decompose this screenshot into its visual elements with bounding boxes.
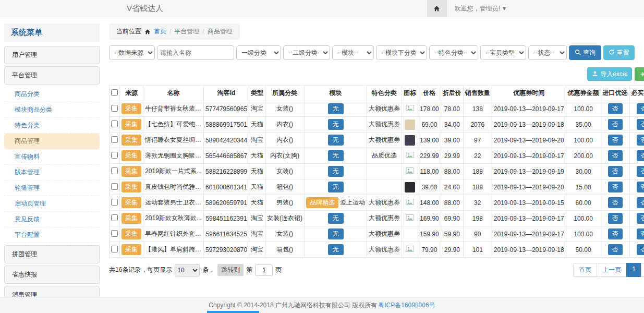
must-buy-toggle[interactable]: 否 [637, 119, 644, 130]
filter-level2-category[interactable]: --二级分类-- [283, 45, 330, 60]
sidebar-subitem[interactable]: 轮播管理 [4, 180, 100, 196]
column-header: 销售数量 [463, 86, 492, 101]
must-buy-toggle[interactable]: 否 [637, 244, 644, 255]
row-checkbox[interactable] [111, 167, 118, 174]
add-button[interactable]: + 添加 [635, 67, 644, 81]
filter-name-input[interactable] [157, 45, 234, 60]
module-badge[interactable]: 无 [328, 228, 344, 239]
module-badge[interactable]: 无 [328, 182, 344, 192]
coupon-amount-cell: 35.00 [566, 117, 601, 133]
jump-button[interactable]: 跳转到 [217, 264, 244, 276]
module-badge[interactable]: 无 [328, 244, 344, 255]
row-checkbox[interactable] [111, 214, 118, 221]
import-excel-button[interactable]: 导入excel [587, 67, 632, 81]
sidebar-group-header[interactable]: 用户管理 [4, 46, 100, 64]
sidebar-subitem[interactable]: 模块商品分类 [4, 102, 100, 118]
must-buy-toggle[interactable]: 否 [637, 197, 644, 208]
page-number-input[interactable] [255, 264, 273, 276]
import-select-toggle[interactable]: 否 [608, 150, 623, 161]
must-buy-toggle[interactable]: 否 [637, 166, 644, 177]
import-select-toggle[interactable]: 否 [608, 166, 623, 177]
module-badge[interactable]: 无 [328, 103, 344, 114]
must-buy-toggle[interactable]: 否 [637, 228, 644, 239]
module-badge[interactable]: 无 [328, 213, 344, 224]
must-buy-toggle[interactable]: 否 [637, 182, 644, 192]
must-buy-toggle[interactable]: 否 [637, 103, 644, 114]
import-select-toggle[interactable]: 否 [608, 135, 623, 146]
type-cell: 淘宝 [249, 242, 265, 258]
sidebar-subitem[interactable]: 宣传物料 [4, 149, 100, 165]
column-header: 价格 [418, 86, 441, 101]
user-menu[interactable]: 欢迎您，管理员! ▾ [447, 0, 514, 17]
sidebar-group-header[interactable]: 省惠快报 [4, 266, 100, 284]
row-checkbox[interactable] [111, 230, 118, 237]
home-button[interactable] [427, 0, 447, 17]
module-badge[interactable]: 品牌精选 [306, 197, 338, 208]
sidebar-subitem[interactable]: 平台配置 [4, 227, 100, 243]
sidebar-group-header[interactable]: 拼团管理 [4, 245, 100, 263]
taoke-id-cell: 601000601341 [204, 179, 249, 195]
module-badge[interactable]: 无 [328, 135, 344, 146]
sidebar-group-header[interactable]: 平台管理 [4, 66, 100, 85]
import-select-toggle[interactable]: 否 [608, 197, 623, 208]
select-all-checkbox[interactable] [111, 89, 118, 96]
page-button[interactable]: 2 [641, 263, 644, 277]
sidebar-subitem[interactable]: 特色分类 [4, 118, 100, 134]
page-button[interactable]: 上一页 [597, 263, 627, 277]
import-select-toggle[interactable]: 否 [608, 244, 623, 255]
row-checkbox[interactable] [111, 246, 118, 252]
module-badge[interactable]: 无 [328, 166, 344, 177]
row-checkbox[interactable] [111, 199, 118, 206]
table-body: 采集牛仔背带裤女秋装减龄...577479560965淘宝女装()无大额优惠券1… [110, 101, 644, 258]
filter-feature-category[interactable]: --特色分类-- [429, 45, 478, 60]
import-select-toggle[interactable]: 否 [608, 213, 623, 224]
sidebar-subitem[interactable]: 意见反馈 [4, 212, 100, 227]
discount-price-cell: 69.90 [441, 211, 463, 226]
sidebar-subitem[interactable]: 商品分类 [4, 87, 100, 102]
column-header: 优惠券时间 [492, 86, 566, 101]
table-row: 采集牛仔背带裤女秋装减龄...577479560965淘宝女装()无大额优惠券1… [110, 101, 644, 117]
home-icon [144, 29, 151, 35]
import-select-cell: 否 [601, 133, 629, 148]
import-select-toggle[interactable]: 否 [608, 228, 623, 239]
source-badge: 采集 [121, 166, 141, 177]
feature-category-cell: 大额优惠券 [367, 117, 402, 133]
price-cell: 148.00 [418, 195, 441, 211]
row-checkbox[interactable] [111, 136, 118, 143]
taoke-id-cell: 589042420344 [204, 133, 249, 148]
coupon-amount-cell: 100.00 [566, 133, 601, 148]
must-buy-toggle[interactable]: 否 [637, 135, 644, 146]
filter-module-subcategory[interactable]: --模块下分类-- [376, 45, 427, 60]
row-checkbox[interactable] [111, 152, 118, 159]
filter-data-source[interactable]: --数据来源-- [109, 45, 155, 60]
taoke-id-cell: 598451162391 [204, 211, 249, 226]
module-badge[interactable]: 无 [328, 119, 344, 130]
discount-price-cell: 78.00 [441, 101, 463, 117]
icp-link[interactable]: 粤ICP备16098006号 [378, 301, 435, 310]
page-button[interactable]: 1 [626, 263, 641, 277]
filter-module[interactable]: --模块-- [332, 45, 374, 60]
must-buy-toggle[interactable]: 否 [637, 150, 644, 161]
row-checkbox[interactable] [111, 183, 118, 190]
search-button[interactable]: 查询 [569, 45, 601, 60]
import-select-toggle[interactable]: 否 [608, 103, 623, 114]
page-prefix: 第 [246, 266, 252, 274]
record-count-text: 共16条记录，每页显示 [109, 266, 172, 274]
sidebar-subitem[interactable]: 版本管理 [4, 165, 100, 180]
filter-status[interactable]: --状态-- [528, 45, 567, 60]
import-select-toggle[interactable]: 否 [608, 182, 623, 192]
per-page-select[interactable]: 10 [175, 264, 200, 276]
import-select-toggle[interactable]: 否 [608, 119, 623, 130]
filter-item-type[interactable]: --宝贝类型-- [480, 45, 526, 60]
row-checkbox[interactable] [111, 105, 118, 112]
row-select-cell [110, 148, 120, 164]
sidebar-subitem[interactable]: 商品管理 [4, 134, 100, 149]
reset-button[interactable]: 重置 [603, 45, 635, 60]
row-checkbox[interactable] [111, 121, 118, 127]
must-buy-toggle[interactable]: 否 [637, 213, 644, 224]
filter-level1-category[interactable]: 一级分类 [236, 45, 281, 60]
breadcrumb-home-link[interactable]: 首页 [154, 27, 166, 36]
module-badge[interactable]: 无 [328, 150, 344, 161]
sidebar-subitem[interactable]: 启动页管理 [4, 196, 100, 212]
page-button[interactable]: 首页 [573, 263, 597, 277]
